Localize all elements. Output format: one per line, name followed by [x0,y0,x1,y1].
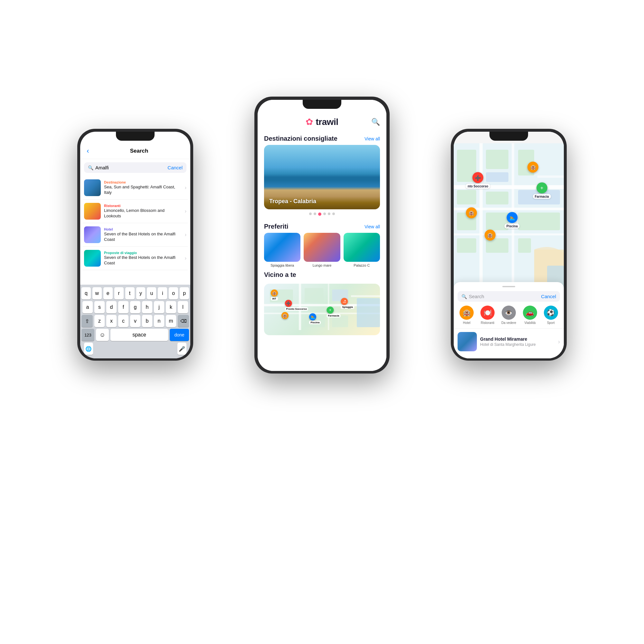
pref-image-lungo [304,233,340,262]
cat-sport-label: Sport [547,321,555,325]
hero-caption: Tropea - Calabria [269,198,316,205]
key-s[interactable]: s [94,301,105,313]
key-f[interactable]: f [118,301,128,313]
result-item[interactable]: Hotel Seven of the Best Hotels on the Am… [83,223,188,247]
key-w[interactable]: w [92,287,102,299]
key-q[interactable]: q [81,287,91,299]
search-input[interactable]: Amalfi [95,165,166,170]
pref-card-spiaggia[interactable]: Spiaggia libera [264,233,300,267]
hotel-result-card[interactable]: Grand Hotel Miramare Hotel di Santa Marg… [454,328,564,355]
pref-card-palazzo[interactable]: Palazzo C [344,233,380,267]
key-j[interactable]: j [154,301,164,313]
preferiti-view-all[interactable]: View all [365,224,380,229]
key-v[interactable]: v [130,315,140,327]
destinazioni-view-all[interactable]: View all [365,136,380,141]
cat-hotel[interactable]: 🏨 Hotel [459,306,474,325]
search-icon[interactable]: 🔍 [371,118,380,126]
key-a[interactable]: a [82,301,93,313]
sheet-handle [502,286,515,287]
sheet-search-bar[interactable]: 🔍 Search Cancel [458,291,560,302]
result-item[interactable]: Ristoranti Limoncello, Lemon Blossom and… [83,200,188,223]
key-h[interactable]: h [142,301,152,313]
cat-viabilita[interactable]: 🚗 Viabilità [523,306,537,325]
pool-label: Piscina [505,224,520,229]
dot-3-active [318,213,321,216]
vicino-header: Vicino a te [258,267,386,281]
key-p[interactable]: p [180,287,189,299]
cat-sport[interactable]: ⚽ Sport [544,306,558,325]
key-globe[interactable]: 🌐 [84,343,93,355]
hero-carousel[interactable]: Tropea - Calabria [264,145,380,209]
vicino-map[interactable]: ➕ Pronto Soccorso + Farmacia 🏊 Piscina 🏨 [264,284,380,335]
back-button[interactable]: ‹ [83,146,93,156]
search-header: ‹ Search [80,143,190,159]
preferiti-header: Preferiti View all [258,219,386,233]
cancel-button[interactable]: Cancel [167,165,183,170]
full-map[interactable]: ➕ nto Soccorso 🏨 + Farmacia 🏨 🏊 [454,143,564,291]
key-done[interactable]: done [170,329,189,341]
key-shift[interactable]: ⇧ [81,315,93,327]
sport-icon: ⚽ [544,306,558,320]
chevron-right-icon: › [185,208,186,214]
key-y[interactable]: y [136,287,146,299]
key-m[interactable]: m [166,315,176,327]
key-space[interactable]: space [110,329,168,341]
key-emoji[interactable]: ☺ [96,329,109,341]
key-l[interactable]: l [178,301,188,313]
result-item[interactable]: Proposte di viaggio Seven of the Best Ho… [83,247,188,270]
pharmacy-label: Farmacia [533,194,551,199]
map-marker-hotel-left: 🏨 [466,207,477,218]
key-delete[interactable]: ⌫ [178,315,189,327]
preferiti-grid: Spiaggia libera Lungo mare Palazzo C [258,233,386,267]
svg-rect-27 [518,213,560,230]
pref-card-lungo[interactable]: Lungo mare [304,233,340,267]
vicino-title: Vicino a te [264,271,296,279]
key-e[interactable]: e [103,287,113,299]
key-g[interactable]: g [130,301,140,313]
key-c[interactable]: c [118,315,128,327]
hotel-name: Grand Hotel Miramare [480,336,555,342]
key-x[interactable]: x [106,315,117,327]
search-bar[interactable]: 🔍 Amalfi Cancel [84,162,186,173]
destinazioni-header: Destinazioni consigliate View all [258,131,386,145]
bottom-sheet: 🔍 Search Cancel 🏨 Hotel 🍽️ Ristoranti [454,282,564,358]
category-tabs: 🏨 Hotel 🍽️ Ristoranti 👁️ Da vedere [454,306,564,328]
key-t[interactable]: t [125,287,135,299]
key-numbers[interactable]: 123 [81,329,94,341]
trawil-logo-icon: ✿ [306,117,313,127]
carousel-dots [258,209,386,219]
map-pin-beach: 🏖 Spiaggia [341,298,354,309]
cat-hotel-label: Hotel [463,321,470,325]
result-category: Ristoranti [104,204,182,208]
search-icon: 🔍 [88,165,93,170]
key-n[interactable]: n [154,315,164,327]
key-u[interactable]: u [147,287,156,299]
map-marker-pool: 🏊 Piscina [505,212,520,229]
cat-davedere[interactable]: 👁️ Da vedere [501,306,516,325]
pref-label-palazzo: Palazzo C [344,263,380,267]
result-item[interactable]: Destinazione Sea, Sun and Spaghetti: Ama… [83,176,188,200]
cat-ristoranti[interactable]: 🍽️ Ristoranti [480,306,495,325]
svg-rect-32 [518,238,531,253]
map-pin-poi: 🏨 IAT [271,289,278,300]
key-r[interactable]: r [114,287,124,299]
result-text: Destinazione Sea, Sun and Spaghetti: Ama… [104,180,182,195]
dot-5 [328,213,330,215]
key-i[interactable]: i [158,287,167,299]
cancel-button[interactable]: Cancel [541,294,556,299]
key-o[interactable]: o [169,287,178,299]
search-screen: ‹ Search 🔍 Amalfi Cancel Destinazione [80,132,190,358]
key-mic[interactable]: 🎤 [177,343,186,355]
key-b[interactable]: b [142,315,152,327]
phone-left: ‹ Search 🔍 Amalfi Cancel Destinazione [77,129,193,361]
key-z[interactable]: z [94,315,105,327]
key-k[interactable]: k [166,301,176,313]
destinazioni-title: Destinazioni consigliate [264,135,337,142]
svg-rect-10 [357,298,380,327]
key-d[interactable]: d [106,301,117,313]
app-header: ✿ trawil 🔍 [258,113,386,131]
map-marker-hospital: ➕ nto Soccorso [466,172,490,189]
svg-rect-23 [486,192,508,204]
result-category: Destinazione [104,180,182,184]
hotel-icon: 🏨 [459,306,474,320]
